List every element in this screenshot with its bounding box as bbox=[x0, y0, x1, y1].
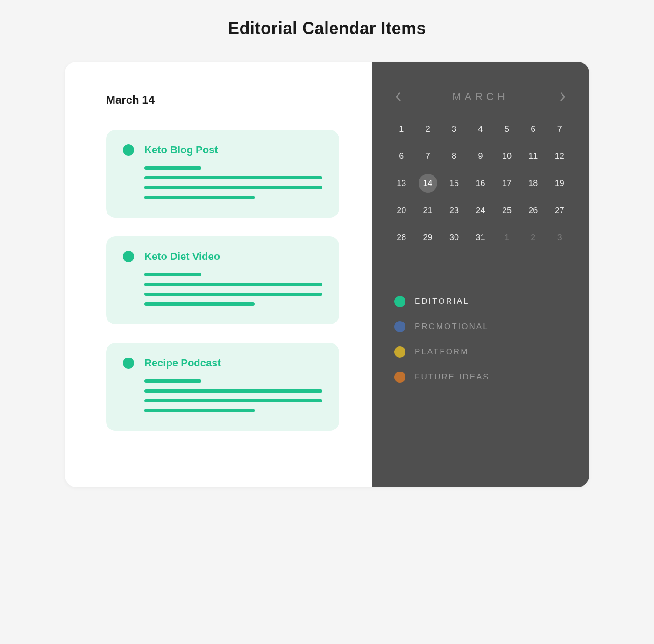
item-title: Keto Diet Video bbox=[144, 250, 220, 263]
calendar-day[interactable]: 10 bbox=[496, 147, 518, 165]
calendar-item[interactable]: Keto Blog Post bbox=[106, 130, 339, 218]
calendar-day[interactable]: 16 bbox=[469, 174, 491, 193]
page-title: Editorial Calendar Items bbox=[0, 19, 654, 38]
calendar-day[interactable]: 4 bbox=[469, 120, 491, 138]
legend-label: FUTURE IDEAS bbox=[415, 372, 490, 382]
legend-item[interactable]: PROMOTIONAL bbox=[394, 321, 567, 332]
item-title: Recipe Podcast bbox=[144, 357, 221, 369]
calendar-grid: 1234567678910111213141516171819202123242… bbox=[391, 120, 570, 247]
calendar-day[interactable]: 21 bbox=[417, 201, 438, 220]
calendar-day[interactable]: 7 bbox=[417, 147, 438, 165]
calendar-day[interactable]: 5 bbox=[496, 120, 518, 138]
calendar-day[interactable]: 3 bbox=[549, 228, 570, 247]
selected-date-heading: March 14 bbox=[106, 93, 339, 107]
item-preview-lines bbox=[144, 379, 322, 412]
calendar-item[interactable]: Keto Diet Video bbox=[106, 236, 339, 324]
legend-dot-icon bbox=[394, 321, 405, 332]
calendar-day[interactable]: 7 bbox=[549, 120, 570, 138]
legend-dot-icon bbox=[394, 346, 405, 358]
item-category-dot-icon bbox=[123, 358, 134, 369]
calendar-day[interactable]: 19 bbox=[549, 174, 570, 193]
legend-item[interactable]: EDITORIAL bbox=[394, 296, 567, 307]
item-category-dot-icon bbox=[123, 144, 134, 156]
calendar-day[interactable]: 9 bbox=[469, 147, 491, 165]
calendar-day[interactable]: 17 bbox=[496, 174, 518, 193]
calendar-section: MARCH 1234567678910111213141516171819202… bbox=[372, 62, 589, 265]
calendar-day[interactable]: 8 bbox=[443, 147, 465, 165]
calendar-day[interactable]: 15 bbox=[443, 174, 465, 193]
calendar-day[interactable]: 24 bbox=[469, 201, 491, 220]
legend-section: EDITORIALPROMOTIONALPLATFORMFUTURE IDEAS bbox=[372, 275, 589, 417]
item-preview-lines bbox=[144, 273, 322, 306]
calendar-day[interactable]: 28 bbox=[391, 228, 412, 247]
item-category-dot-icon bbox=[123, 251, 134, 262]
next-month-button[interactable] bbox=[557, 92, 568, 102]
prev-month-button[interactable] bbox=[393, 92, 404, 102]
calendar-day[interactable]: 23 bbox=[443, 201, 465, 220]
legend-dot-icon bbox=[394, 296, 405, 307]
calendar-day[interactable]: 6 bbox=[522, 120, 544, 138]
calendar-day[interactable]: 30 bbox=[443, 228, 465, 247]
calendar-day[interactable]: 20 bbox=[391, 201, 412, 220]
calendar-day[interactable]: 2 bbox=[522, 228, 544, 247]
legend-item[interactable]: FUTURE IDEAS bbox=[394, 372, 567, 383]
calendar-day[interactable]: 1 bbox=[391, 120, 412, 138]
calendar-day[interactable]: 6 bbox=[391, 147, 412, 165]
legend-label: PROMOTIONAL bbox=[415, 322, 489, 331]
legend-label: EDITORIAL bbox=[415, 297, 469, 306]
calendar-day[interactable]: 31 bbox=[469, 228, 491, 247]
calendar-item[interactable]: Recipe Podcast bbox=[106, 343, 339, 431]
editorial-calendar-card: March 14 Keto Blog Post Keto Diet Video bbox=[65, 62, 589, 487]
chevron-right-icon bbox=[559, 91, 566, 102]
item-preview-lines bbox=[144, 166, 322, 199]
calendar-day[interactable]: 18 bbox=[522, 174, 544, 193]
legend-item[interactable]: PLATFORM bbox=[394, 346, 567, 358]
calendar-day[interactable]: 3 bbox=[443, 120, 465, 138]
calendar-day[interactable]: 13 bbox=[391, 174, 412, 193]
chevron-left-icon bbox=[395, 91, 402, 102]
month-label: MARCH bbox=[452, 91, 509, 103]
items-panel: March 14 Keto Blog Post Keto Diet Video bbox=[65, 62, 372, 487]
calendar-day[interactable]: 25 bbox=[496, 201, 518, 220]
calendar-day[interactable]: 11 bbox=[522, 147, 544, 165]
calendar-day[interactable]: 14 bbox=[419, 174, 437, 193]
calendar-day[interactable]: 27 bbox=[549, 201, 570, 220]
calendar-day[interactable]: 2 bbox=[417, 120, 438, 138]
calendar-day[interactable]: 26 bbox=[522, 201, 544, 220]
calendar-day[interactable]: 29 bbox=[417, 228, 438, 247]
calendar-day[interactable]: 12 bbox=[549, 147, 570, 165]
item-title: Keto Blog Post bbox=[144, 144, 218, 156]
calendar-day[interactable]: 1 bbox=[496, 228, 518, 247]
calendar-panel: MARCH 1234567678910111213141516171819202… bbox=[372, 62, 589, 487]
legend-label: PLATFORM bbox=[415, 347, 469, 357]
legend-dot-icon bbox=[394, 372, 405, 383]
